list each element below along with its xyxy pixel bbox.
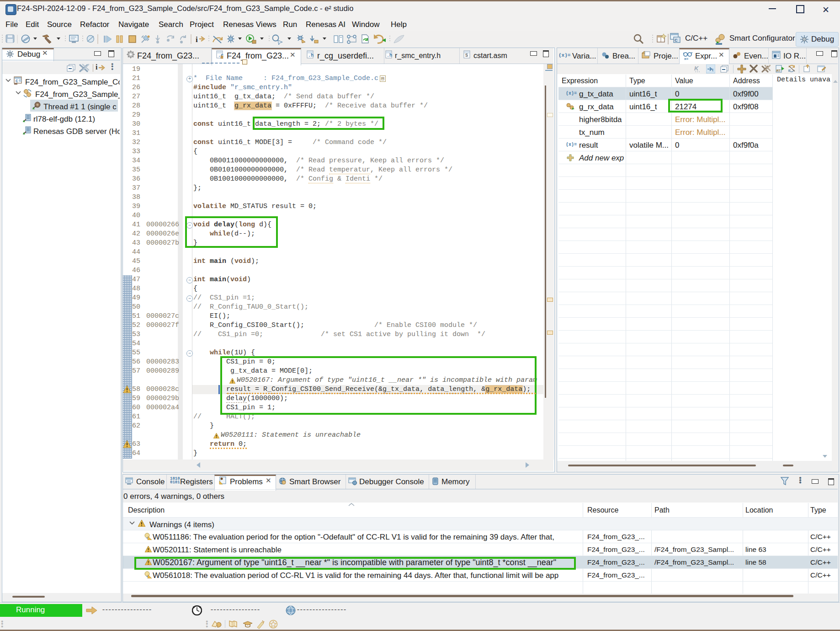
- svg-text:i: i: [196, 35, 198, 44]
- svg-text:RT: RT: [776, 69, 781, 72]
- svg-text:x=: x=: [684, 57, 688, 60]
- svg-text:S: S: [465, 53, 468, 58]
- svg-text:.h: .h: [387, 53, 392, 58]
- svg-text:.h: .h: [308, 53, 314, 58]
- svg-text:K: K: [694, 65, 699, 72]
- svg-text:C: C: [675, 38, 678, 43]
- svg-text:C: C: [16, 79, 18, 84]
- svg-text:t: t: [712, 68, 713, 72]
